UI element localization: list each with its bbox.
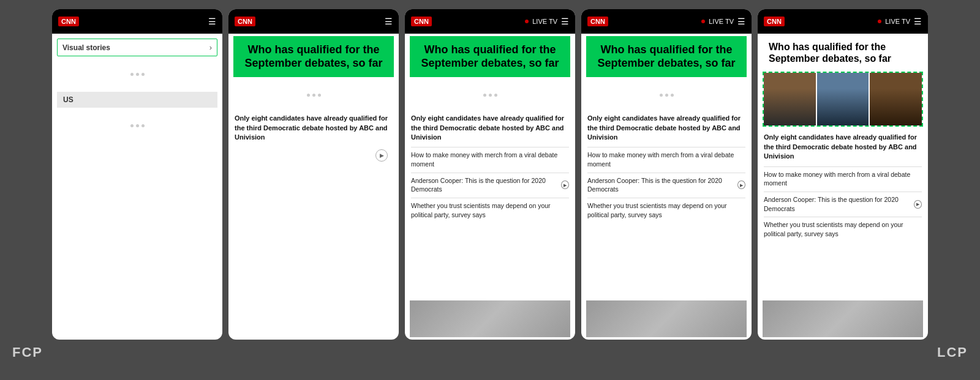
live-tv-label-4: LIVE TV — [709, 18, 734, 25]
fcp-label: FCP — [12, 345, 43, 360]
play-icon-3[interactable]: ▶ — [561, 181, 569, 189]
phone-5: CNN LIVE TV ☰ Who has qualified for the … — [758, 9, 928, 340]
article-content-2: Only eight candidates have already quali… — [228, 110, 399, 340]
video-grey-3 — [410, 300, 570, 337]
cnn-logo-4: CNN — [587, 17, 608, 26]
live-tv-label-5: LIVE TV — [885, 18, 910, 25]
phone-3-body: Who has qualified for the September deba… — [405, 34, 575, 340]
visual-stories-chevron[interactable]: › — [209, 43, 212, 52]
article-content-5: Only eight candidates have already quali… — [758, 129, 928, 300]
cnn-logo-3: CNN — [411, 17, 432, 26]
dot-p3-2 — [489, 94, 492, 97]
us-section: US — [57, 92, 217, 108]
dot-p4-1 — [660, 94, 663, 97]
article-sub-4-2: Anderson Cooper: This is the question fo… — [587, 173, 745, 194]
dot-3 — [141, 73, 145, 76]
phone-5-header: CNN LIVE TV ☰ — [758, 9, 928, 34]
dot-5 — [136, 124, 139, 127]
hamburger-icon-4[interactable]: ☰ — [737, 17, 745, 26]
video-grey-5 — [763, 300, 923, 337]
phone-4: CNN LIVE TV ☰ Who has qualified for the … — [581, 9, 752, 340]
article-sub-5-2: Anderson Cooper: This is the question fo… — [764, 192, 922, 213]
article-sub-3-1: How to make money with merch from a vira… — [411, 147, 569, 168]
debate-person-2 — [817, 73, 869, 125]
article-lead-3: Only eight candidates have already quali… — [411, 114, 569, 142]
phone-2-body: Who has qualified for the September deba… — [228, 34, 399, 340]
headline-title-2: Who has qualified for the September deba… — [242, 43, 385, 70]
article-sub-text-5-2: Anderson Cooper: This is the question fo… — [764, 195, 911, 213]
live-dot-5 — [878, 20, 881, 23]
cnn-logo-5: CNN — [764, 17, 785, 26]
article-sub-3-2: Anderson Cooper: This is the question fo… — [411, 173, 569, 194]
dot-p2-3 — [318, 94, 321, 97]
phone-1-header: CNN ☰ — [52, 9, 222, 34]
play-icon-4[interactable]: ▶ — [737, 181, 745, 189]
phone-3: CNN LIVE TV ☰ Who has qualified for the … — [405, 9, 575, 340]
headline-title-3: Who has qualified for the September deba… — [418, 43, 562, 70]
article-content-3: Only eight candidates have already quali… — [405, 110, 575, 300]
phone-2-header: CNN ☰ — [228, 9, 399, 34]
article-sub-5-1: How to make money with merch from a vira… — [764, 166, 922, 188]
headline-title-4: Who has qualified for the September deba… — [595, 43, 738, 70]
dot-p2-2 — [312, 94, 315, 97]
dot-p2-1 — [307, 94, 310, 97]
hamburger-icon-3[interactable]: ☰ — [561, 17, 569, 26]
debate-person-3 — [870, 73, 922, 125]
hamburger-icon-2[interactable]: ☰ — [385, 17, 393, 26]
header-right-3: LIVE TV ☰ — [525, 17, 569, 26]
hamburger-icon-1[interactable]: ☰ — [208, 17, 216, 26]
loading-dots-2 — [52, 110, 222, 141]
person-silhouette-2 — [817, 73, 869, 125]
dot-p3-3 — [494, 94, 497, 97]
hamburger-icon-5[interactable]: ☰ — [914, 17, 922, 26]
video-grey-4 — [586, 300, 747, 337]
headline-2: Who has qualified for the September deba… — [233, 36, 394, 77]
dot-p4-2 — [665, 94, 668, 97]
headline-4: Who has qualified for the September deba… — [586, 36, 747, 77]
video-placeholder-5 — [763, 300, 923, 337]
lcp-label: LCP — [937, 345, 968, 360]
debate-person-1 — [764, 73, 816, 125]
play-icon-5[interactable]: ▶ — [914, 200, 922, 209]
person-silhouette-3 — [870, 73, 922, 125]
cnn-logo-2: CNN — [235, 17, 255, 26]
dot-1 — [130, 73, 134, 76]
live-tv-label-3: LIVE TV — [532, 18, 557, 25]
article-content-4: Only eight candidates have already quali… — [581, 110, 752, 300]
phone-5-body: Who has qualified for the September deba… — [758, 34, 928, 340]
headline-3: Who has qualified for the September deba… — [410, 36, 570, 77]
phone-4-body: Who has qualified for the September deba… — [581, 34, 752, 340]
dot-4 — [130, 124, 134, 127]
visual-stories-label: Visual stories — [62, 43, 110, 52]
article-sub-3-3: Whether you trust scientists may depend … — [411, 198, 569, 219]
phone-1: CNN ☰ Visual stories › US — [52, 9, 222, 340]
article-lead-2: Only eight candidates have already quali… — [235, 114, 393, 142]
phone-4-header: CNN LIVE TV ☰ — [581, 9, 752, 34]
dot-6 — [141, 124, 145, 127]
video-placeholder-3 — [410, 300, 570, 337]
live-dot-3 — [525, 20, 529, 23]
article-lead-5: Only eight candidates have already quali… — [764, 133, 922, 161]
article-sub-link-3: Anderson Cooper: This is the question fo… — [411, 176, 569, 194]
phone-1-body: Visual stories › US — [52, 34, 222, 340]
headline-title-5: Who has qualified for the September deba… — [769, 41, 917, 64]
article-sub-link-4: Anderson Cooper: This is the question fo… — [587, 176, 745, 194]
live-dot-4 — [701, 20, 705, 23]
article-sub-4-1: How to make money with merch from a vira… — [587, 147, 745, 168]
loading-dots-1 — [52, 59, 222, 89]
visual-stories-bar[interactable]: Visual stories › — [57, 39, 217, 56]
main-area: CNN ☰ Visual stories › US CNN ☰ — [0, 0, 980, 340]
labels-area: FCP LCP — [0, 340, 980, 365]
video-bar-2: ▶ — [235, 147, 393, 164]
article-sub-4-3: Whether you trust scientists may depend … — [587, 198, 745, 219]
debate-image-5 — [763, 72, 923, 127]
dot-p3-1 — [483, 94, 486, 97]
article-sub-text-4-2: Anderson Cooper: This is the question fo… — [587, 176, 735, 194]
article-sub-link-5: Anderson Cooper: This is the question fo… — [764, 195, 922, 213]
dot-p4-3 — [671, 94, 674, 97]
phone-3-header: CNN LIVE TV ☰ — [405, 9, 575, 34]
headline-5: Who has qualified for the September deba… — [763, 36, 923, 69]
article-sub-5-3: Whether you trust scientists may depend … — [764, 217, 922, 238]
phone-2: CNN ☰ Who has qualified for the Septembe… — [228, 9, 399, 340]
video-play-btn-2[interactable]: ▶ — [375, 149, 388, 162]
